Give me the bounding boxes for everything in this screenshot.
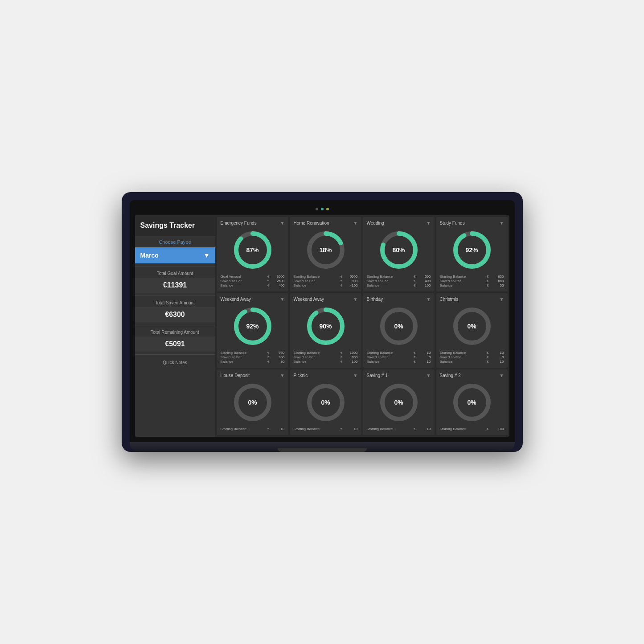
card-menu-icon[interactable]: ▼ (500, 297, 504, 302)
stat-currency: € (487, 427, 488, 431)
stat-value-group: €1000 (340, 351, 357, 355)
card-header: Emergency Funds▼ (221, 221, 285, 226)
card-menu-icon[interactable]: ▼ (500, 373, 504, 378)
donut-percent-label: 0% (248, 399, 257, 406)
stat-currency: € (414, 279, 415, 283)
card-title: Saving # 2 (440, 373, 461, 378)
card-stats: Starting Balance€100 (440, 427, 504, 431)
stat-value-group: €600 (487, 279, 504, 283)
stat-currency: € (267, 279, 269, 283)
total-goal-label: Total Goal Amount (135, 268, 215, 277)
saving-card: Saving # 1▼0%Starting Balance€10 (363, 369, 435, 435)
card-stats: Starting Balance€500Saved so Far€400Bala… (367, 275, 431, 288)
stat-value: 100 (345, 360, 358, 364)
stat-value-group: €3000 (267, 275, 284, 279)
card-title: House Deposit (221, 373, 250, 378)
stat-value-group: €900 (340, 355, 357, 359)
stat-row: Starting Balance€10 (440, 351, 504, 355)
card-menu-icon[interactable]: ▼ (280, 297, 285, 302)
stat-value: 10 (418, 360, 431, 364)
card-header: Wedding▼ (367, 221, 431, 226)
card-title: Weekend Away (294, 297, 324, 302)
stat-value: 4100 (345, 283, 358, 287)
card-header: Birthday▼ (367, 297, 431, 302)
stat-value: 50 (491, 283, 504, 287)
card-menu-icon[interactable]: ▼ (427, 221, 431, 226)
stat-value: 100 (418, 283, 431, 287)
saving-card: Weekend Away▼90%Starting Balance€1000Sav… (290, 293, 361, 368)
savings-grid: Emergency Funds▼87%Goal Amount€3000Saved… (217, 217, 508, 435)
laptop-screen: Savings Tracker Choose Payee Marco ▼ Tot… (135, 215, 509, 437)
stat-value-group: €0 (414, 355, 431, 359)
card-menu-icon[interactable]: ▼ (280, 221, 285, 226)
card-menu-icon[interactable]: ▼ (280, 373, 285, 378)
stat-label: Balance (440, 283, 453, 287)
stat-value-group: €4100 (340, 283, 357, 287)
screen-bezel: Savings Tracker Choose Payee Marco ▼ Tot… (130, 200, 515, 442)
stat-value-group: €10 (267, 427, 284, 431)
card-header: Picknic▼ (294, 373, 358, 378)
total-remaining-value: €5091 (135, 336, 215, 352)
card-header: House Deposit▼ (221, 373, 285, 378)
stat-value: 5000 (345, 275, 358, 279)
stat-row: Saved so Far€400 (367, 279, 431, 283)
card-menu-icon[interactable]: ▼ (427, 297, 431, 302)
saving-card: Picknic▼0%Starting Balance€10 (290, 369, 361, 435)
card-stats: Goal Amount€3000Saved so Far€2600Balance… (221, 275, 285, 288)
stat-value-group: €10 (414, 427, 431, 431)
stat-label: Saved so Far (221, 279, 242, 283)
stat-label: Starting Balance (367, 351, 393, 355)
stat-value: 10 (345, 427, 358, 431)
stat-row: Saved so Far€900 (221, 355, 285, 359)
stat-value: 0 (491, 355, 504, 359)
saving-card: Study Funds▼92%Starting Balance€650Saved… (436, 217, 508, 291)
stat-value-group: €100 (487, 427, 504, 431)
total-saved-label: Total Saved Amount (135, 298, 215, 306)
card-stats: Starting Balance€10 (367, 427, 431, 431)
stat-label: Balance (221, 283, 234, 287)
saving-card: Saving # 2▼0%Starting Balance€100 (436, 369, 508, 435)
card-menu-icon[interactable]: ▼ (353, 297, 358, 302)
stat-row: Starting Balance€10 (294, 427, 358, 431)
stat-value: 400 (271, 283, 285, 287)
stat-row: Starting Balance€980 (221, 351, 285, 355)
camera-dot-yellow (326, 208, 329, 210)
card-title: Saving # 1 (367, 373, 388, 378)
stat-value: 900 (345, 355, 358, 359)
donut-chart: 0% (233, 382, 273, 422)
card-stats: Starting Balance€10Saved so Far€0Balance… (440, 351, 504, 364)
stat-value: 900 (271, 355, 285, 359)
card-menu-icon[interactable]: ▼ (353, 221, 358, 226)
card-menu-icon[interactable]: ▼ (500, 221, 504, 226)
stat-label: Saved so Far (221, 355, 242, 359)
donut-chart: 0% (379, 306, 419, 346)
card-title: Wedding (367, 221, 384, 226)
stat-currency: € (414, 283, 415, 287)
stat-row: Starting Balance€10 (367, 351, 431, 355)
payee-selector[interactable]: Marco ▼ (135, 247, 215, 263)
saving-card: House Deposit▼0%Starting Balance€10 (217, 369, 288, 435)
stat-value-group: €900 (340, 279, 357, 283)
donut-percent-label: 0% (394, 399, 403, 406)
stat-value: 500 (418, 275, 431, 279)
stat-row: Balance€4100 (294, 283, 358, 287)
stat-label: Starting Balance (440, 275, 466, 279)
camera-area (135, 205, 509, 213)
card-menu-icon[interactable]: ▼ (353, 373, 358, 378)
stat-value-group: €10 (340, 427, 357, 431)
sidebar: Savings Tracker Choose Payee Marco ▼ Tot… (135, 215, 215, 437)
donut-percent-label: 0% (467, 399, 476, 406)
stat-currency: € (414, 351, 415, 355)
stat-label: Saved so Far (294, 279, 315, 283)
card-title: Study Funds (440, 221, 465, 226)
stat-row: Saved so Far€900 (294, 279, 358, 283)
stat-label: Starting Balance (221, 427, 247, 431)
stat-currency: € (267, 427, 269, 431)
donut-percent-label: 92% (465, 246, 478, 254)
stat-label: Starting Balance (294, 275, 320, 279)
stat-label: Saved so Far (440, 355, 461, 359)
donut-percent-label: 0% (394, 323, 403, 330)
card-menu-icon[interactable]: ▼ (427, 373, 431, 378)
saving-card: Weekend Away▼92%Starting Balance€980Save… (217, 293, 288, 368)
donut-chart: 90% (306, 306, 346, 346)
